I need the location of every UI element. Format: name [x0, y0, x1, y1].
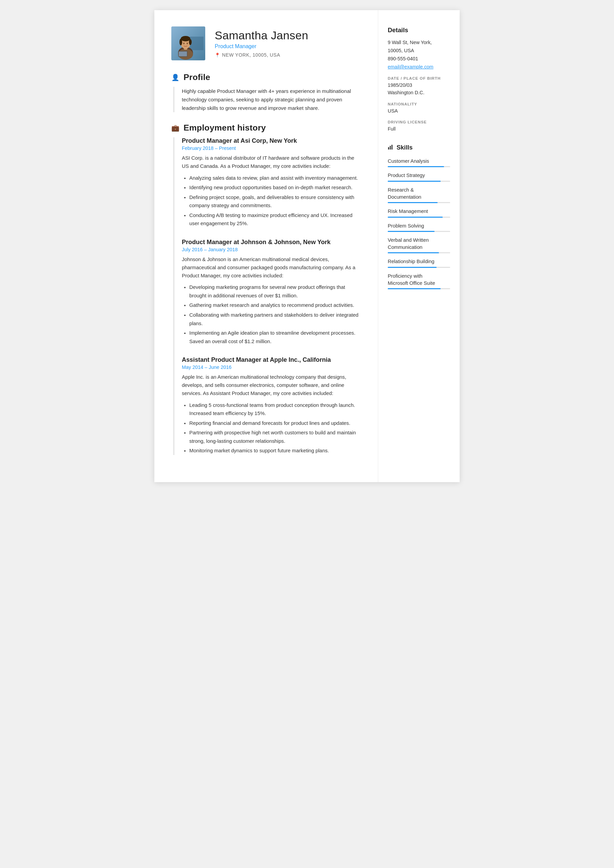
- job-description: ASI Corp. is a national distributor of I…: [182, 154, 361, 170]
- skill-name: Risk Management: [388, 208, 450, 215]
- skill-bar-fill: [388, 288, 441, 289]
- job-item: Assistant Product Manager at Apple Inc.,…: [182, 356, 361, 455]
- job-description: Johnson & Johnson is an American multina…: [182, 256, 361, 280]
- dob-label: DATE / PLACE OF BIRTH: [388, 76, 450, 81]
- skill-bar-fill: [388, 231, 435, 232]
- nationality-label: NATIONALITY: [388, 102, 450, 106]
- sidebar: Details 9 Wall St, New York,10005, USA89…: [378, 10, 460, 482]
- main-content: Samantha Jansen Product Manager 📍 NEW YO…: [154, 10, 378, 482]
- skill-name: Relationship Building: [388, 258, 450, 265]
- profile-body: Highly capable Product Manager with 4+ y…: [173, 87, 361, 112]
- skill-item: Risk Management: [388, 208, 450, 218]
- job-title: Assistant Product Manager at Apple Inc.,…: [182, 356, 361, 363]
- employment-body: Product Manager at Asi Corp, New YorkFeb…: [173, 137, 361, 455]
- job-dates: February 2018 – Present: [182, 146, 361, 151]
- license-value: Full: [388, 126, 450, 133]
- skill-item: Verbal and WrittenCommunication: [388, 237, 450, 253]
- avatar: [171, 26, 205, 60]
- svg-rect-12: [179, 51, 187, 56]
- skill-item: Research &Documentation: [388, 186, 450, 203]
- job-bullet: Implementing an Agile ideation plan to s…: [189, 329, 361, 346]
- profile-section: 👤 Profile Highly capable Product Manager…: [171, 73, 361, 112]
- job-bullet: Identifying new product opportunities ba…: [189, 183, 361, 192]
- job-bullets: Analyzing sales data to review, plan and…: [182, 174, 361, 228]
- job-bullet: Leading 5 cross-functional teams from pr…: [189, 401, 361, 418]
- employment-section: 💼 Employment history Product Manager at …: [171, 123, 361, 455]
- skills-section: Skills Customer AnalysisProduct Strategy…: [388, 144, 450, 290]
- job-bullet: Developing marketing programs for severa…: [189, 283, 361, 300]
- svg-point-6: [181, 36, 190, 41]
- header-location: 📍 NEW YORK, 10005, USA: [215, 52, 361, 57]
- skill-bar-fill: [388, 202, 438, 203]
- svg-point-8: [189, 39, 192, 45]
- skill-item: Product Strategy: [388, 172, 450, 182]
- skill-bar-fill: [388, 252, 439, 253]
- skill-bar-fill: [388, 267, 437, 268]
- skill-bar-background: [388, 231, 450, 232]
- skill-item: Proficiency withMicrosoft Office Suite: [388, 273, 450, 289]
- svg-rect-15: [392, 145, 392, 150]
- skill-bar-background: [388, 252, 450, 253]
- skills-icon: [388, 144, 394, 152]
- job-bullet: Collaborating with marketing partners an…: [189, 311, 361, 327]
- job-bullets: Developing marketing programs for severa…: [182, 283, 361, 346]
- nationality-value: USA: [388, 107, 450, 115]
- header-info: Samantha Jansen Product Manager 📍 NEW YO…: [215, 29, 361, 57]
- job-description: Apple Inc. is an American multinational …: [182, 373, 361, 397]
- job-dates: July 2016 – January 2018: [182, 247, 361, 252]
- skills-title-row: Skills: [388, 144, 450, 152]
- skill-name: Product Strategy: [388, 172, 450, 179]
- skill-bar-fill: [388, 166, 444, 167]
- dob-value: 1985/20/03Washington D.C.: [388, 82, 450, 96]
- job-bullets: Leading 5 cross-functional teams from pr…: [182, 401, 361, 455]
- skills-title: Skills: [396, 144, 412, 151]
- details-title: Details: [388, 26, 450, 34]
- job-dates: May 2014 – June 2016: [182, 364, 361, 370]
- skill-name: Problem Solving: [388, 222, 450, 229]
- skill-bar-background: [388, 217, 450, 218]
- skill-item: Problem Solving: [388, 222, 450, 232]
- job-bullet: Conducting A/B testing to maximize produ…: [189, 211, 361, 228]
- job-bullet: Gathering market research and analytics …: [189, 301, 361, 310]
- skill-name: Customer Analysis: [388, 158, 450, 165]
- skill-bar-background: [388, 267, 450, 268]
- svg-rect-14: [390, 146, 391, 150]
- skill-bar-fill: [388, 181, 441, 182]
- details-address: 9 Wall St, New York,10005, USA890-555-04…: [388, 39, 450, 63]
- job-bullet: Partnering with prospective high net wor…: [189, 429, 361, 445]
- profile-icon: 👤: [171, 74, 179, 81]
- skill-bar-fill: [388, 217, 443, 218]
- skill-item: Relationship Building: [388, 258, 450, 268]
- svg-point-9: [183, 43, 185, 44]
- jobs-container: Product Manager at Asi Corp, New YorkFeb…: [182, 137, 361, 455]
- skill-name: Verbal and WrittenCommunication: [388, 237, 450, 251]
- skill-name: Research &Documentation: [388, 186, 450, 200]
- skill-item: Customer Analysis: [388, 158, 450, 167]
- employment-section-header: 💼 Employment history: [171, 123, 361, 133]
- job-bullet: Reporting financial and demand forecasts…: [189, 419, 361, 428]
- job-item: Product Manager at Asi Corp, New YorkFeb…: [182, 137, 361, 228]
- skill-bar-background: [388, 202, 450, 203]
- job-title: Product Manager at Asi Corp, New York: [182, 137, 361, 144]
- header-title: Product Manager: [215, 43, 361, 50]
- job-bullet: Analyzing sales data to review, plan and…: [189, 174, 361, 183]
- job-bullet: Defining project scope, goals, and deliv…: [189, 193, 361, 210]
- svg-rect-1: [190, 37, 204, 50]
- profile-title: Profile: [183, 73, 210, 82]
- skill-bar-background: [388, 166, 450, 167]
- employment-icon: 💼: [171, 124, 179, 132]
- license-label: DRIVING LICENSE: [388, 120, 450, 124]
- location-icon: 📍: [215, 53, 221, 57]
- location-text: NEW YORK, 10005, USA: [222, 52, 280, 57]
- header-name: Samantha Jansen: [215, 29, 361, 42]
- skill-name: Proficiency withMicrosoft Office Suite: [388, 273, 450, 287]
- resume-container: Samantha Jansen Product Manager 📍 NEW YO…: [154, 10, 460, 482]
- skill-bar-background: [388, 288, 450, 289]
- svg-rect-13: [388, 147, 389, 150]
- skills-container: Customer AnalysisProduct StrategyResearc…: [388, 158, 450, 290]
- employment-title: Employment history: [183, 123, 266, 133]
- header: Samantha Jansen Product Manager 📍 NEW YO…: [171, 26, 361, 60]
- profile-text: Highly capable Product Manager with 4+ y…: [182, 87, 361, 112]
- job-item: Product Manager at Johnson & Johnson, Ne…: [182, 239, 361, 346]
- details-email[interactable]: email@example.com: [388, 64, 450, 70]
